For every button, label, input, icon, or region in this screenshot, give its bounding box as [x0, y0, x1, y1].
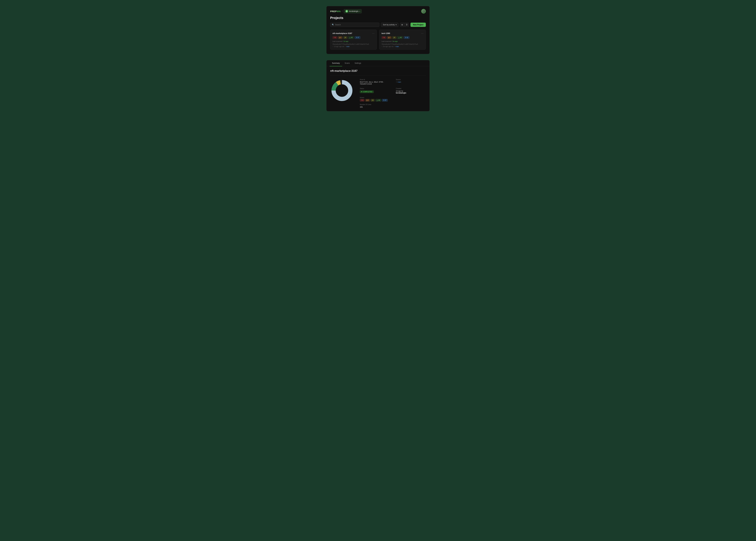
- panel-content: nft-marketplace-3187: [327, 66, 429, 111]
- commit-circle-icon: ○: [333, 46, 334, 47]
- badge-medium: | 6: [371, 99, 375, 102]
- logo-pre: PREP: [330, 10, 337, 13]
- badge-low: △ 40: [348, 36, 354, 39]
- branch-name: main: [397, 81, 401, 83]
- toolbar: 🔍 Sort by activity ▾ ⊞ ☰ New Project: [330, 23, 426, 27]
- branch-icon: ⑂: [345, 46, 346, 47]
- project-grid: nft-marketplace-3187 ⋯ !! 0 || 2 | 6 △ 4…: [330, 30, 426, 50]
- last-scanned: Last scanned: 1d ago: [333, 40, 375, 42]
- issue-badges: !! 0 || 2 | 6 △ 40 ℬ 32: [381, 36, 423, 39]
- commit-circle-icon: ○: [381, 46, 382, 47]
- info-col-status: Status COMPLETED: [360, 88, 390, 94]
- badge-low: △ 40: [376, 99, 381, 102]
- branch-icon: ⑂: [394, 46, 395, 47]
- user-badge[interactable]: B borabaloglu ▾: [344, 9, 362, 13]
- created-author: borabaloglu: [396, 92, 426, 94]
- source-label: Source: [396, 79, 426, 81]
- badge-medium: | 6: [392, 36, 396, 39]
- card-header: test-1390 ⋯: [381, 32, 423, 35]
- project-name: nft-marketplace-3187: [333, 32, 352, 34]
- page-title: Projects: [330, 16, 426, 20]
- badge-high: || 2: [338, 36, 343, 39]
- avatar: [421, 9, 426, 14]
- sort-label: Sort by activity: [383, 24, 395, 26]
- commit-time: 2w ago: [383, 46, 388, 47]
- status-badge: COMPLETED: [360, 91, 374, 93]
- project-name-large: nft-marketplace-3187: [330, 69, 426, 73]
- status-dot: [361, 91, 362, 92]
- breadcrumb-sep: /: [342, 10, 343, 12]
- info-col-scan-id: Scan Id 85dff155-dbca-48a3-9790-f82b0972…: [360, 79, 390, 85]
- badge-info: ℬ 37: [382, 99, 388, 102]
- info-col-source: Source ⑂ main: [396, 79, 426, 85]
- commit-branch: main: [346, 46, 350, 47]
- tab-bar: Summary Scans Settings: [327, 60, 429, 66]
- search-icon: 🔍: [332, 24, 334, 26]
- badge-low: △ 40: [397, 36, 403, 39]
- donut-hole: [336, 84, 348, 97]
- donut-svg: [330, 79, 354, 102]
- badge-high: || 2: [387, 36, 391, 39]
- grid-view-button[interactable]: ⊞: [400, 23, 404, 27]
- projects-panel: PREPWN / B borabaloglu ▾ Projects 🔍 Sort…: [327, 6, 429, 54]
- list-view-button[interactable]: ☰: [404, 23, 409, 27]
- badge-critical: !! 0: [381, 36, 386, 39]
- card-header: nft-marketplace-3187 ⋯: [333, 32, 375, 35]
- source-branch: ⑂ main: [396, 81, 426, 83]
- badge-critical: !! 0: [333, 36, 337, 39]
- badge-high: || 2: [365, 99, 370, 102]
- badge-critical: !! 0: [360, 99, 365, 102]
- scan-detail-panel: Summary Scans Settings nft-marketplace-3…: [327, 60, 429, 111]
- logo: PREPWN: [330, 10, 341, 13]
- created-time: 1d ago by: [396, 90, 426, 92]
- commit-time: 1d ago: [334, 46, 339, 47]
- tab-settings[interactable]: Settings: [352, 60, 364, 66]
- badge-info: ℬ 32: [404, 36, 409, 39]
- commit-hash: 39eda6edbfff9aa89ad9a46e7ca88728a632f5a5: [381, 43, 423, 45]
- project-card[interactable]: nft-marketplace-3187 ⋯ !! 0 || 2 | 6 △ 4…: [330, 30, 377, 50]
- issues-label: Issues: [360, 97, 426, 98]
- scan-detail-grid: Scan Id 85dff155-dbca-48a3-9790-f82b0972…: [330, 79, 426, 108]
- scan-id-label: Scan Id: [360, 79, 390, 81]
- sort-button[interactable]: Sort by activity ▾: [381, 23, 398, 27]
- donut-chart: [330, 79, 354, 102]
- commit-meta: ○ 2w ago ago via ⑂ main: [381, 46, 423, 47]
- chevron-down-icon: ▾: [395, 24, 396, 26]
- issues-row: Issues !! 0 || 2 | 6 △ 40 ℬ 37: [360, 97, 426, 102]
- commit-hash: 39eda6edbfff9aa89ad9a46e7ca88728a632f5a5: [333, 43, 375, 45]
- commit-meta: ○ 1d ago ago via ⑂ main: [333, 46, 375, 47]
- view-toggle: ⊞ ☰: [400, 23, 409, 27]
- status-value: COMPLETED: [363, 91, 373, 93]
- commit-branch: main: [395, 46, 399, 47]
- last-scanned-time: 1d ago: [344, 40, 349, 42]
- project-name: test-1390: [381, 32, 390, 34]
- logo-pwn: WN: [337, 10, 341, 13]
- badge-info: ℬ 37: [355, 36, 361, 39]
- project-card[interactable]: test-1390 ⋯ !! 0 || 2 | 6 △ 40 ℬ 32 Last…: [379, 30, 426, 50]
- issue-badges: !! 0 || 2 | 6 △ 40 ℬ 37: [333, 36, 375, 39]
- card-menu-icon[interactable]: ⋯: [372, 32, 375, 35]
- last-scanned-time: 2w ago: [392, 40, 398, 42]
- search-input[interactable]: [335, 24, 378, 26]
- info-row-status-created: Status COMPLETED Created 1d ago by borab…: [360, 88, 426, 94]
- chevron-down-icon: ▾: [359, 10, 360, 12]
- user-name: borabaloglu: [349, 10, 359, 12]
- tab-summary[interactable]: Summary: [330, 60, 342, 66]
- user-avatar-small: B: [346, 10, 348, 13]
- header-left: PREPWN / B borabaloglu ▾: [330, 9, 362, 13]
- new-project-button[interactable]: New Project: [410, 23, 426, 27]
- lines-value: 161: [360, 106, 426, 108]
- header: PREPWN / B borabaloglu ▾: [330, 9, 426, 14]
- badge-medium: | 6: [343, 36, 347, 39]
- branch-icon: ⑂: [396, 81, 397, 83]
- status-label: Status: [360, 88, 390, 89]
- info-row-scan-source: Scan Id 85dff155-dbca-48a3-9790-f82b0972…: [360, 79, 426, 85]
- last-scanned: Last scanned: 2w ago: [381, 40, 423, 42]
- search-box[interactable]: 🔍: [330, 23, 379, 27]
- issue-badges: !! 0 || 2 | 6 △ 40 ℬ 37: [360, 99, 426, 102]
- number-of-lines: Number of lines 161: [360, 104, 426, 108]
- scan-info: Scan Id 85dff155-dbca-48a3-9790-f82b0972…: [360, 79, 426, 108]
- lines-label: Number of lines: [360, 104, 426, 105]
- tab-scans[interactable]: Scans: [342, 60, 352, 66]
- card-menu-icon[interactable]: ⋯: [421, 32, 423, 35]
